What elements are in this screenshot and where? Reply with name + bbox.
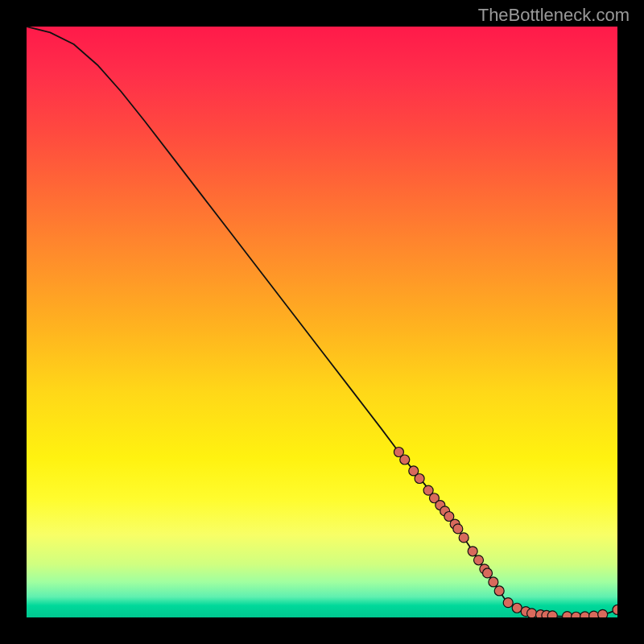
data-marker	[589, 611, 599, 617]
data-marker	[489, 577, 498, 587]
data-marker	[468, 547, 477, 556]
curve-line	[27, 27, 617, 617]
data-marker	[580, 612, 590, 617]
data-marker	[572, 612, 581, 617]
data-marker	[474, 555, 484, 565]
data-marker	[459, 533, 469, 543]
data-marker	[563, 612, 572, 617]
data-marker	[512, 603, 522, 613]
chart-plot-area	[27, 27, 617, 617]
data-marker	[453, 524, 463, 534]
data-marker	[527, 609, 537, 617]
data-marker	[494, 586, 504, 596]
chart-overlay	[27, 27, 617, 617]
data-marker	[503, 598, 513, 608]
data-marker	[598, 609, 608, 617]
data-marker	[547, 611, 557, 617]
highlight-markers	[394, 447, 617, 617]
data-marker	[415, 474, 424, 484]
watermark-text: TheBottleneck.com	[478, 5, 630, 26]
data-marker	[483, 568, 493, 578]
data-marker	[400, 455, 410, 464]
data-marker	[613, 605, 617, 614]
